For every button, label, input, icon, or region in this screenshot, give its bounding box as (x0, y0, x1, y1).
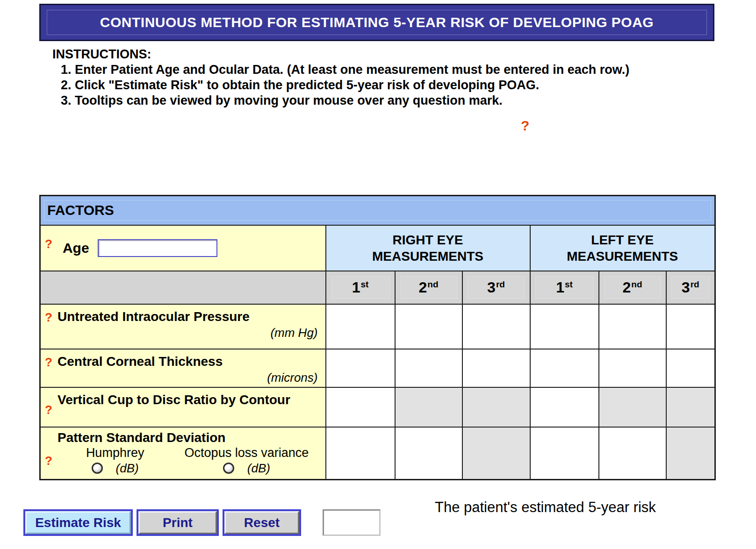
ordinal-number: 3 (682, 279, 690, 296)
ordinal-header-spacer (40, 271, 326, 304)
cct-left-1-cell (530, 349, 599, 387)
psd-right-3-cell-disabled (462, 427, 530, 480)
cct-right-2-input[interactable] (396, 349, 462, 387)
psd-option-octopus: Octopus loss variance (dB) (172, 446, 321, 476)
factors-header-cell: FACTORS (40, 196, 715, 225)
age-cell: ? Age (40, 225, 326, 271)
vcd-right-3-cell-disabled (462, 387, 530, 427)
right-eye-2nd-header: 2nd (395, 271, 462, 304)
psd-help-question-mark-icon[interactable]: ? (45, 454, 52, 468)
cct-right-1-input[interactable] (326, 349, 395, 387)
humphrey-unit: (dB) (116, 461, 139, 476)
instructions-block: INSTRUCTIONS: 1. Enter Patient Age and O… (52, 47, 629, 108)
vcd-left-1-input[interactable] (531, 388, 598, 427)
cct-right-3-input[interactable] (463, 349, 530, 387)
right-eye-3rd-header: 3rd (462, 271, 530, 304)
octopus-radio[interactable] (223, 463, 234, 474)
estimated-risk-output[interactable] (323, 509, 381, 536)
vcd-help-question-mark-icon[interactable]: ? (45, 403, 52, 417)
left-eye-2nd-header: 2nd (599, 271, 666, 304)
vcd-right-1-input[interactable] (326, 388, 395, 427)
iop-label: Untreated Intraocular Pressure (58, 309, 318, 324)
vcd-row: ? Vertical Cup to Disc Ratio by Contour (40, 387, 715, 427)
psd-left-2-input[interactable] (599, 428, 666, 479)
cct-factor-cell: ? Central Corneal Thickness (microns) (40, 349, 326, 387)
cct-left-3-input[interactable] (667, 349, 715, 387)
instruction-item: 1. Enter Patient Age and Ocular Data. (A… (61, 62, 629, 78)
left-eye-header-line1: LEFT EYE (531, 232, 715, 248)
poag-risk-calculator-page: CONTINUOUS METHOD FOR ESTIMATING 5-YEAR … (0, 0, 756, 549)
iop-right-1-input[interactable] (326, 305, 395, 349)
instruction-item: 2. Click "Estimate Risk" to obtain the p… (61, 78, 629, 93)
iop-unit: (mm Hg) (58, 326, 318, 340)
psd-option-humphrey: Humphrey (dB) (64, 446, 166, 476)
age-help-question-mark-icon[interactable]: ? (45, 237, 52, 251)
left-eye-header-line2: MEASUREMENTS (531, 248, 715, 264)
psd-right-1-cell (326, 427, 395, 480)
psd-factor-cell: ? Pattern Standard Deviation Humphrey (d… (40, 427, 326, 480)
vcd-left-3-cell-disabled (666, 387, 715, 427)
psd-right-2-input[interactable] (396, 428, 462, 479)
vcd-left-1-cell (530, 387, 599, 427)
vcd-right-2-cell-disabled (395, 387, 462, 427)
vcd-factor-cell: ? Vertical Cup to Disc Ratio by Contour (40, 387, 326, 427)
ordinal-number: 3 (487, 279, 496, 296)
estimate-risk-button[interactable]: Estimate Risk (25, 511, 131, 534)
print-button-frame: Print (137, 509, 219, 536)
cct-label: Central Corneal Thickness (58, 354, 318, 369)
cct-left-3-cell (666, 349, 715, 387)
psd-left-2-cell (599, 427, 666, 480)
cct-left-2-input[interactable] (599, 349, 666, 387)
left-eye-header: LEFT EYE MEASUREMENTS (530, 225, 715, 271)
ordinal-number: 2 (622, 279, 631, 296)
iop-left-3-input[interactable] (667, 305, 715, 349)
iop-right-2-input[interactable] (396, 305, 462, 349)
help-question-mark-icon[interactable]: ? (521, 118, 529, 134)
cct-right-1-cell (326, 349, 395, 387)
iop-row: ? Untreated Intraocular Pressure (mm Hg) (40, 304, 715, 349)
iop-left-1-cell (530, 304, 599, 349)
age-label: Age (63, 240, 89, 256)
psd-right-1-input[interactable] (326, 428, 395, 479)
humphrey-radio[interactable] (92, 463, 103, 474)
iop-right-2-cell (395, 304, 462, 349)
cct-left-2-cell (599, 349, 666, 387)
estimate-risk-button-frame: Estimate Risk (23, 509, 133, 536)
ordinal-number: 2 (418, 279, 427, 296)
reset-button-frame: Reset (223, 509, 301, 536)
cct-help-question-mark-icon[interactable]: ? (45, 355, 52, 370)
age-input[interactable] (98, 239, 217, 257)
instruction-item: 3. Tooltips can be viewed by moving your… (61, 93, 629, 108)
print-button[interactable]: Print (138, 511, 217, 534)
iop-left-1-input[interactable] (531, 305, 598, 349)
iop-right-3-cell (462, 304, 530, 349)
iop-left-2-input[interactable] (599, 305, 666, 349)
octopus-label: Octopus loss variance (172, 446, 321, 460)
right-eye-1st-header: 1st (326, 271, 395, 304)
vcd-label: Vertical Cup to Disc Ratio by Contour (58, 392, 318, 407)
left-eye-3rd-header: 3rd (666, 271, 715, 304)
reset-button[interactable]: Reset (224, 511, 299, 534)
right-eye-header-line2: MEASUREMENTS (326, 248, 530, 264)
iop-factor-cell: ? Untreated Intraocular Pressure (mm Hg) (40, 304, 326, 349)
title-banner: CONTINUOUS METHOD FOR ESTIMATING 5-YEAR … (39, 4, 714, 41)
factors-header-label: FACTORS (44, 200, 711, 221)
factors-table: FACTORS ? Age RIGHT EYE MEASUREMENTS LEF… (39, 195, 716, 480)
psd-left-3-cell-disabled (666, 427, 715, 480)
cct-left-1-input[interactable] (531, 349, 598, 387)
iop-help-question-mark-icon[interactable]: ? (45, 310, 52, 325)
estimated-risk-label: The patient's estimated 5-year risk (435, 499, 656, 516)
factors-header-row: FACTORS (40, 196, 715, 225)
page-title: CONTINUOUS METHOD FOR ESTIMATING 5-YEAR … (47, 10, 707, 35)
psd-left-1-input[interactable] (531, 428, 598, 479)
iop-right-1-cell (326, 304, 395, 349)
iop-right-3-input[interactable] (463, 305, 530, 349)
vcd-right-1-cell (326, 387, 395, 427)
cct-unit: (microns) (58, 371, 318, 385)
ordinal-number: 1 (556, 279, 564, 296)
iop-left-3-cell (666, 304, 715, 349)
psd-left-1-cell (530, 427, 599, 480)
instructions-list: 1. Enter Patient Age and Ocular Data. (A… (61, 62, 629, 108)
right-eye-header-line1: RIGHT EYE (326, 232, 530, 248)
instructions-heading: INSTRUCTIONS: (52, 47, 629, 62)
